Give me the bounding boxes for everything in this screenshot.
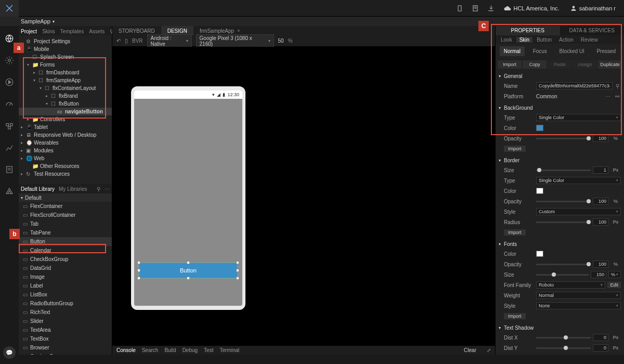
prop-tab-action[interactable]: Action — [556, 37, 577, 43]
more-icon[interactable]: ⋯ — [604, 93, 612, 100]
lib-item[interactable]: ▭Calendar — [19, 246, 112, 255]
action-copy[interactable]: Copy — [523, 60, 547, 69]
bottom-tab-test[interactable]: Test — [204, 347, 213, 353]
action-import[interactable]: Import — [498, 60, 522, 69]
tree-row[interactable]: ▸☐flxBrand — [19, 92, 112, 100]
tree-row[interactable]: ☐Splash Screen — [19, 53, 112, 61]
platform-select[interactable]: Android : Native▾ — [147, 34, 192, 48]
tree-row[interactable]: ▭navigateButton — [19, 108, 112, 115]
font-opacity-slider[interactable] — [536, 264, 591, 265]
lib-item[interactable]: ▭TabPane — [19, 228, 112, 237]
section-background[interactable]: ▾BackGround — [496, 103, 624, 112]
state-pressed[interactable]: Pressed — [592, 46, 620, 56]
nav-layout-icon[interactable] — [2, 119, 17, 133]
font-style-select[interactable]: None▾ — [536, 302, 621, 309]
state-normal[interactable]: Normal — [500, 46, 525, 56]
lib-item[interactable]: ▭FlexScrollContainer — [19, 211, 112, 219]
user-menu[interactable]: sabarinathan r — [566, 5, 620, 12]
font-weight-select[interactable]: Normal▾ — [536, 292, 621, 299]
section-fonts[interactable]: ▾Fonts — [496, 240, 624, 249]
device-icon[interactable]: ▯ — [125, 38, 128, 44]
org-selector[interactable]: HCL America, Inc. — [500, 5, 563, 12]
prop-tab-button[interactable]: Button — [534, 37, 555, 43]
tree-row[interactable]: ▸☐frmDashboard — [19, 69, 112, 76]
bg-type-select[interactable]: Single Color▾ — [536, 114, 621, 121]
bg-color-swatch[interactable] — [536, 125, 543, 131]
action-assign[interactable]: Assign — [573, 60, 597, 69]
font-size-unit[interactable]: %▾ — [608, 271, 621, 278]
zoom-value[interactable]: 50 — [278, 38, 284, 44]
shadow-dx-slider[interactable] — [536, 337, 591, 339]
lib-item[interactable]: ▭RichText — [19, 308, 112, 317]
lib-item[interactable]: ▭TextBox — [19, 334, 112, 343]
border-opacity-slider[interactable] — [536, 201, 591, 202]
clear-button[interactable]: Clear — [464, 347, 476, 353]
border-type-select[interactable]: Single Color▾ — [536, 177, 621, 184]
nav-triangle-icon[interactable] — [2, 184, 17, 199]
shadow-dy-slider[interactable] — [536, 347, 591, 349]
tab-properties[interactable]: PROPERTIES — [496, 26, 560, 35]
chat-icon[interactable]: 💬 — [3, 346, 16, 359]
canvas-button-widget[interactable]: Button — [139, 263, 237, 278]
prop-tab-look[interactable]: Look — [498, 37, 515, 43]
link-icon[interactable]: ⚯ — [614, 93, 621, 100]
tree-row[interactable]: ▸📁Controllers — [19, 115, 112, 123]
lib-item[interactable]: ▭Image — [19, 272, 112, 281]
state-focus[interactable]: Focus — [529, 46, 551, 56]
tree-row[interactable]: ▾☐frmSampleApp — [19, 76, 112, 84]
bg-opacity-slider[interactable] — [536, 138, 591, 139]
tree-row[interactable]: 📱Mobile — [19, 45, 112, 53]
bottom-tab-build[interactable]: Build — [164, 347, 176, 353]
lib-item[interactable]: ▭DataGrid — [19, 264, 112, 272]
search-icon[interactable]: ⚲ — [97, 186, 100, 192]
bg-import-button[interactable]: Import — [504, 146, 526, 152]
tab-project[interactable]: Project — [21, 29, 37, 35]
app-logo[interactable] — [0, 0, 19, 17]
prop-tab-review[interactable]: Review — [578, 37, 601, 43]
tree-row[interactable]: ▾☐flxButton — [19, 100, 112, 108]
bottom-tab-terminal[interactable]: Terminal — [219, 347, 239, 353]
nav-settings-icon[interactable] — [2, 53, 17, 68]
bg-opacity-value[interactable] — [593, 135, 608, 142]
border-size-slider[interactable] — [536, 170, 591, 171]
lib-item[interactable]: ▭Browser — [19, 343, 112, 352]
tab-my-libraries[interactable]: My Libraries — [59, 186, 87, 192]
tree-row[interactable]: ▾☐flxContainerLayout — [19, 84, 112, 92]
tree-row[interactable]: 📁Other Resources — [19, 162, 112, 170]
border-size-value[interactable] — [593, 166, 608, 174]
fonts-import-button[interactable]: Import — [504, 313, 526, 319]
tree-row[interactable]: ▸▣Modules — [19, 147, 112, 154]
download-icon[interactable] — [484, 2, 498, 15]
lib-item[interactable]: ▭CordovaBrowser — [19, 352, 112, 355]
border-style-select[interactable]: Custom▾ — [536, 208, 621, 215]
tab-skins[interactable]: Skins — [42, 29, 55, 35]
design-canvas[interactable]: ▾ ◢ ▮ 12:30 Button — [112, 47, 495, 345]
more-icon[interactable]: ⋯ — [105, 186, 110, 192]
tab-default-library[interactable]: Default Library — [21, 186, 55, 192]
lib-item[interactable]: ▭ListBox — [19, 290, 112, 299]
border-color-swatch[interactable] — [536, 188, 543, 194]
nav-play-icon[interactable] — [2, 75, 17, 89]
device-preview-icon[interactable] — [453, 2, 466, 15]
prop-tab-skin[interactable]: Skin — [516, 37, 532, 43]
tab-data-services[interactable]: DATA & SERVICES — [560, 26, 625, 35]
tree-row[interactable]: ▸📱Tablet — [19, 123, 112, 131]
tree-row[interactable]: ⚙Project Settings — [19, 37, 112, 45]
state-blocked[interactable]: Blocked UI — [555, 46, 588, 56]
border-radius-slider[interactable] — [536, 222, 591, 223]
action-paste[interactable]: Paste — [548, 60, 571, 69]
nav-doc-icon[interactable] — [2, 162, 17, 177]
section-text-shadow[interactable]: ▾Text Shadow — [496, 323, 624, 332]
tree-row[interactable]: ▸🌐Web — [19, 154, 112, 162]
lib-item[interactable]: ▭Slider — [19, 317, 112, 326]
lib-item[interactable]: ▭RadioButtonGroup — [19, 299, 112, 308]
font-family-select[interactable]: Roboto▾ — [536, 281, 605, 289]
bottom-tab-debug[interactable]: Debug — [183, 347, 198, 353]
tree-row[interactable]: ▸⌚Wearables — [19, 139, 112, 147]
lib-item[interactable]: ▭Tab — [19, 219, 112, 228]
tree-row[interactable]: ▸🖥Responsive Web / Desktop — [19, 131, 112, 139]
section-general[interactable]: ▾General — [496, 72, 624, 81]
font-size-slider[interactable] — [536, 274, 589, 276]
bottom-tab-console[interactable]: Console — [116, 347, 136, 353]
lib-section-default[interactable]: ▾Default — [19, 193, 112, 202]
